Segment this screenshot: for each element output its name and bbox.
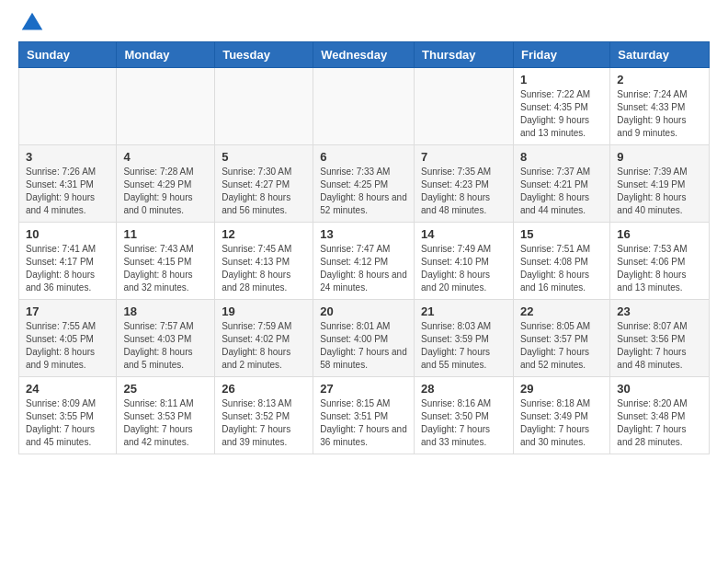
calendar-cell: 22Sunrise: 8:05 AM Sunset: 3:57 PM Dayli…	[513, 300, 609, 377]
calendar-cell: 15Sunrise: 7:51 AM Sunset: 4:08 PM Dayli…	[513, 223, 609, 300]
day-number: 5	[222, 150, 306, 164]
calendar-cell	[215, 68, 313, 145]
calendar-cell: 2Sunrise: 7:24 AM Sunset: 4:33 PM Daylig…	[610, 68, 710, 145]
day-info: Sunrise: 7:33 AM Sunset: 4:25 PM Dayligh…	[320, 166, 407, 217]
day-info: Sunrise: 7:45 AM Sunset: 4:13 PM Dayligh…	[222, 243, 306, 294]
calendar-cell: 26Sunrise: 8:13 AM Sunset: 3:52 PM Dayli…	[215, 377, 313, 454]
calendar-cell: 12Sunrise: 7:45 AM Sunset: 4:13 PM Dayli…	[215, 223, 313, 300]
calendar-cell: 9Sunrise: 7:39 AM Sunset: 4:19 PM Daylig…	[610, 145, 710, 223]
calendar-cell: 3Sunrise: 7:26 AM Sunset: 4:31 PM Daylig…	[19, 145, 117, 223]
day-number: 14	[421, 227, 506, 241]
day-info: Sunrise: 8:13 AM Sunset: 3:52 PM Dayligh…	[222, 397, 306, 449]
day-info: Sunrise: 7:55 AM Sunset: 4:05 PM Dayligh…	[26, 320, 109, 372]
day-info: Sunrise: 7:28 AM Sunset: 4:29 PM Dayligh…	[123, 166, 208, 217]
day-info: Sunrise: 7:26 AM Sunset: 4:31 PM Dayligh…	[26, 166, 109, 217]
day-info: Sunrise: 8:03 AM Sunset: 3:59 PM Dayligh…	[421, 320, 506, 372]
day-info: Sunrise: 7:57 AM Sunset: 4:03 PM Dayligh…	[123, 320, 208, 372]
calendar-cell: 27Sunrise: 8:15 AM Sunset: 3:51 PM Dayli…	[313, 377, 415, 454]
calendar-cell: 29Sunrise: 8:18 AM Sunset: 3:49 PM Dayli…	[513, 377, 609, 454]
calendar-cell: 18Sunrise: 7:57 AM Sunset: 4:03 PM Dayli…	[117, 300, 215, 377]
day-number: 12	[222, 227, 306, 241]
day-number: 17	[26, 304, 109, 318]
day-info: Sunrise: 7:37 AM Sunset: 4:21 PM Dayligh…	[520, 166, 603, 217]
calendar-cell: 10Sunrise: 7:41 AM Sunset: 4:17 PM Dayli…	[19, 223, 117, 300]
calendar-cell: 14Sunrise: 7:49 AM Sunset: 4:10 PM Dayli…	[415, 223, 514, 300]
day-info: Sunrise: 8:18 AM Sunset: 3:49 PM Dayligh…	[520, 397, 603, 449]
day-header-saturday: Saturday	[610, 42, 710, 68]
calendar-cell: 21Sunrise: 8:03 AM Sunset: 3:59 PM Dayli…	[415, 300, 514, 377]
week-row-4: 17Sunrise: 7:55 AM Sunset: 4:05 PM Dayli…	[19, 300, 710, 377]
day-number: 8	[520, 150, 603, 164]
calendar-cell	[415, 68, 514, 145]
calendar-cell: 20Sunrise: 8:01 AM Sunset: 4:00 PM Dayli…	[313, 300, 415, 377]
day-info: Sunrise: 7:30 AM Sunset: 4:27 PM Dayligh…	[222, 166, 306, 217]
calendar-cell	[313, 68, 415, 145]
day-header-sunday: Sunday	[19, 42, 117, 68]
logo	[18, 9, 50, 37]
calendar-cell: 28Sunrise: 8:16 AM Sunset: 3:50 PM Dayli…	[415, 377, 514, 454]
day-info: Sunrise: 7:59 AM Sunset: 4:02 PM Dayligh…	[222, 320, 306, 372]
day-info: Sunrise: 7:35 AM Sunset: 4:23 PM Dayligh…	[421, 166, 506, 217]
day-header-wednesday: Wednesday	[313, 42, 415, 68]
day-number: 28	[421, 382, 506, 396]
day-info: Sunrise: 7:41 AM Sunset: 4:17 PM Dayligh…	[26, 243, 109, 294]
week-row-3: 10Sunrise: 7:41 AM Sunset: 4:17 PM Dayli…	[19, 223, 710, 300]
day-header-friday: Friday	[513, 42, 609, 68]
day-number: 27	[320, 382, 407, 396]
day-info: Sunrise: 8:09 AM Sunset: 3:55 PM Dayligh…	[26, 397, 109, 449]
day-info: Sunrise: 7:39 AM Sunset: 4:19 PM Dayligh…	[617, 166, 702, 217]
logo-icon	[18, 9, 46, 37]
day-number: 20	[320, 304, 407, 318]
calendar-cell: 6Sunrise: 7:33 AM Sunset: 4:25 PM Daylig…	[313, 145, 415, 223]
day-info: Sunrise: 7:47 AM Sunset: 4:12 PM Dayligh…	[320, 243, 407, 294]
calendar-cell: 30Sunrise: 8:20 AM Sunset: 3:48 PM Dayli…	[610, 377, 710, 454]
calendar-cell: 7Sunrise: 7:35 AM Sunset: 4:23 PM Daylig…	[415, 145, 514, 223]
calendar-cell	[117, 68, 215, 145]
day-info: Sunrise: 7:24 AM Sunset: 4:33 PM Dayligh…	[617, 88, 702, 140]
calendar-cell: 11Sunrise: 7:43 AM Sunset: 4:15 PM Dayli…	[117, 223, 215, 300]
week-row-1: 1Sunrise: 7:22 AM Sunset: 4:35 PM Daylig…	[19, 68, 710, 145]
calendar-cell: 5Sunrise: 7:30 AM Sunset: 4:27 PM Daylig…	[215, 145, 313, 223]
day-info: Sunrise: 7:49 AM Sunset: 4:10 PM Dayligh…	[421, 243, 506, 294]
day-number: 24	[26, 382, 109, 396]
day-info: Sunrise: 7:43 AM Sunset: 4:15 PM Dayligh…	[123, 243, 208, 294]
day-info: Sunrise: 8:11 AM Sunset: 3:53 PM Dayligh…	[123, 397, 208, 449]
calendar: SundayMondayTuesdayWednesdayThursdayFrid…	[18, 41, 710, 454]
day-number: 29	[520, 382, 603, 396]
day-info: Sunrise: 8:07 AM Sunset: 3:56 PM Dayligh…	[617, 320, 702, 372]
day-number: 10	[26, 227, 109, 241]
day-number: 11	[123, 227, 208, 241]
calendar-cell: 8Sunrise: 7:37 AM Sunset: 4:21 PM Daylig…	[513, 145, 609, 223]
day-header-thursday: Thursday	[415, 42, 514, 68]
calendar-cell: 13Sunrise: 7:47 AM Sunset: 4:12 PM Dayli…	[313, 223, 415, 300]
day-number: 9	[617, 150, 702, 164]
day-info: Sunrise: 7:51 AM Sunset: 4:08 PM Dayligh…	[520, 243, 603, 294]
day-number: 21	[421, 304, 506, 318]
day-number: 23	[617, 304, 702, 318]
calendar-cell: 1Sunrise: 7:22 AM Sunset: 4:35 PM Daylig…	[513, 68, 609, 145]
day-info: Sunrise: 7:22 AM Sunset: 4:35 PM Dayligh…	[520, 88, 603, 140]
calendar-header-row: SundayMondayTuesdayWednesdayThursdayFrid…	[19, 42, 710, 68]
calendar-cell: 17Sunrise: 7:55 AM Sunset: 4:05 PM Dayli…	[19, 300, 117, 377]
day-info: Sunrise: 8:01 AM Sunset: 4:00 PM Dayligh…	[320, 320, 407, 372]
day-number: 22	[520, 304, 603, 318]
day-header-tuesday: Tuesday	[215, 42, 313, 68]
day-number: 7	[421, 150, 506, 164]
day-info: Sunrise: 8:16 AM Sunset: 3:50 PM Dayligh…	[421, 397, 506, 449]
week-row-5: 24Sunrise: 8:09 AM Sunset: 3:55 PM Dayli…	[19, 377, 710, 454]
svg-marker-0	[22, 13, 43, 30]
day-number: 15	[520, 227, 603, 241]
day-number: 6	[320, 150, 407, 164]
calendar-cell: 24Sunrise: 8:09 AM Sunset: 3:55 PM Dayli…	[19, 377, 117, 454]
day-info: Sunrise: 8:15 AM Sunset: 3:51 PM Dayligh…	[320, 397, 407, 449]
calendar-cell: 25Sunrise: 8:11 AM Sunset: 3:53 PM Dayli…	[117, 377, 215, 454]
day-number: 26	[222, 382, 306, 396]
day-number: 25	[123, 382, 208, 396]
day-info: Sunrise: 8:05 AM Sunset: 3:57 PM Dayligh…	[520, 320, 603, 372]
day-number: 3	[26, 150, 109, 164]
day-number: 4	[123, 150, 208, 164]
day-number: 30	[617, 382, 702, 396]
calendar-cell: 19Sunrise: 7:59 AM Sunset: 4:02 PM Dayli…	[215, 300, 313, 377]
day-number: 1	[520, 73, 603, 86]
calendar-cell: 4Sunrise: 7:28 AM Sunset: 4:29 PM Daylig…	[117, 145, 215, 223]
